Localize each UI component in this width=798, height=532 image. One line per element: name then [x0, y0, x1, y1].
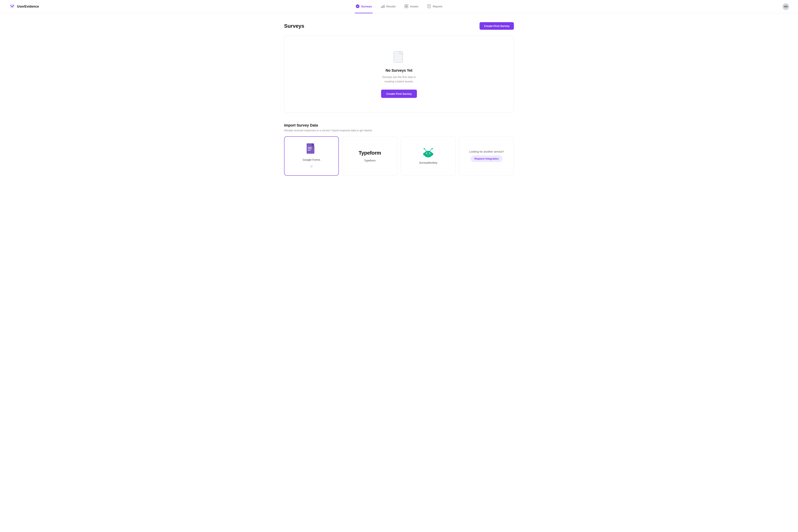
main-content: Surveys Create First Survey No Surveys Y…: [275, 13, 523, 185]
svg-rect-17: [308, 147, 308, 147]
nav-label-surveys: Surveys: [361, 5, 372, 8]
nav-center: Surveys Results A: [355, 0, 443, 13]
create-first-survey-center-button[interactable]: Create First Survey: [381, 90, 417, 98]
surveymonkey-label: SurveyMonkey: [419, 161, 437, 164]
nav-item-assets[interactable]: Assets: [404, 0, 419, 13]
request-integration-button[interactable]: Request Integration: [471, 155, 502, 162]
assets-icon: [404, 4, 408, 8]
nav-right: MB: [782, 3, 789, 10]
svg-point-28: [423, 148, 425, 149]
svg-rect-15: [308, 149, 312, 149]
svg-point-29: [432, 148, 433, 149]
logo-icon: [9, 3, 16, 10]
import-grid: Google Forms ☞ Typeform Typeform: [284, 136, 514, 176]
svg-rect-1: [381, 6, 382, 8]
typeform-logo-text: Typeform: [359, 150, 381, 156]
typeform-label: Typeform: [364, 159, 376, 162]
svg-rect-3: [384, 5, 384, 8]
create-first-survey-header-button[interactable]: Create First Survey: [479, 22, 514, 30]
looking-for-service-text: Looking for another service?: [469, 150, 504, 153]
nav-item-reports[interactable]: Reports: [426, 0, 443, 13]
import-title: Import Survey Data: [284, 123, 514, 128]
nav-item-surveys[interactable]: Surveys: [355, 0, 373, 13]
reports-icon: [427, 4, 431, 8]
surveymonkey-icon: [422, 148, 434, 158]
google-forms-icon: [307, 143, 316, 155]
avatar[interactable]: MB: [782, 3, 789, 10]
empty-title: No Surveys Yet: [385, 68, 412, 73]
svg-rect-16: [308, 150, 311, 151]
svg-point-7: [406, 6, 408, 8]
svg-point-23: [426, 153, 427, 154]
svg-rect-18: [308, 148, 308, 149]
svg-rect-19: [308, 150, 308, 150]
empty-document-icon: [393, 51, 405, 64]
import-card-typeform[interactable]: Typeform Typeform: [342, 136, 397, 176]
nav-label-results: Results: [386, 5, 396, 8]
nav-item-results[interactable]: Results: [380, 0, 396, 13]
surveys-icon: [356, 4, 360, 8]
import-card-other: Looking for another service? Request Int…: [459, 136, 514, 176]
import-desc: Already received responses to a survey? …: [284, 129, 514, 132]
nav-label-reports: Reports: [433, 5, 442, 8]
navbar: UserEvidence Surveys Results: [0, 0, 798, 13]
nav-label-assets: Assets: [410, 5, 418, 8]
svg-point-0: [356, 4, 359, 8]
cursor-icon: ☞: [310, 164, 313, 169]
import-card-google-forms[interactable]: Google Forms ☞: [284, 136, 339, 176]
empty-desc: Surveys are the first step increating co…: [382, 75, 416, 84]
svg-rect-4: [405, 5, 406, 6]
page-title: Surveys: [284, 23, 304, 29]
import-card-surveymonkey[interactable]: SurveyMonkey: [401, 136, 456, 176]
svg-rect-2: [382, 5, 383, 8]
svg-point-24: [430, 153, 430, 154]
svg-point-27: [431, 153, 433, 155]
page-header: Surveys Create First Survey: [284, 22, 514, 30]
logo-text: UserEvidence: [17, 5, 39, 8]
svg-point-26: [423, 153, 425, 155]
svg-rect-14: [308, 147, 312, 148]
svg-rect-6: [405, 6, 406, 8]
logo[interactable]: UserEvidence: [9, 3, 39, 10]
empty-state-card: No Surveys Yet Surveys are the first ste…: [284, 36, 514, 113]
import-section: Import Survey Data Already received resp…: [284, 123, 514, 176]
svg-rect-5: [406, 5, 408, 6]
google-forms-label: Google Forms: [303, 158, 320, 161]
results-icon: [381, 4, 385, 8]
